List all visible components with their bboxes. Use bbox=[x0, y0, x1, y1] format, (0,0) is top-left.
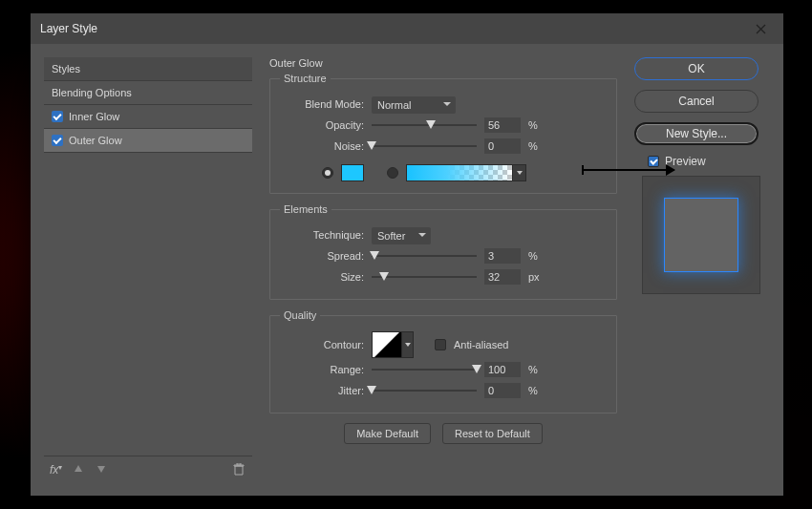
technique-label: Technique: bbox=[280, 229, 364, 241]
range-input[interactable] bbox=[484, 362, 521, 377]
antialias-checkbox[interactable] bbox=[435, 339, 446, 350]
ok-button[interactable]: OK bbox=[634, 57, 759, 80]
antialias-label: Anti-aliased bbox=[454, 339, 508, 350]
size-input[interactable] bbox=[484, 269, 521, 285]
size-slider[interactable] bbox=[372, 271, 477, 283]
checkbox-icon[interactable] bbox=[52, 135, 63, 146]
group-structure: Structure Blend Mode: Normal Opacity: % … bbox=[269, 73, 617, 194]
spread-input[interactable] bbox=[484, 248, 521, 264]
chevron-down-icon[interactable] bbox=[402, 331, 414, 358]
sidebar-item-outer-glow[interactable]: Outer Glow bbox=[44, 129, 252, 153]
checkbox-icon[interactable] bbox=[52, 111, 63, 122]
sidebar-footer: fx▾ bbox=[44, 456, 252, 482]
unit-label: px bbox=[528, 271, 547, 283]
opacity-slider[interactable] bbox=[372, 119, 477, 131]
contour-picker[interactable] bbox=[372, 331, 414, 358]
jitter-input[interactable] bbox=[484, 383, 521, 398]
group-legend: Structure bbox=[280, 73, 331, 84]
sidebar-item-label: Blending Options bbox=[52, 87, 132, 98]
blend-mode-label: Blend Mode: bbox=[280, 98, 364, 110]
settings-panel: Outer Glow Structure Blend Mode: Normal … bbox=[269, 57, 617, 482]
cancel-button[interactable]: Cancel bbox=[634, 90, 759, 113]
color-solid-radio[interactable] bbox=[322, 167, 333, 179]
unit-label: % bbox=[528, 250, 547, 262]
spread-label: Spread: bbox=[280, 250, 364, 262]
size-label: Size: bbox=[280, 271, 364, 283]
jitter-slider[interactable] bbox=[372, 385, 477, 396]
group-elements: Elements Technique: Softer Spread: % Siz… bbox=[269, 203, 617, 300]
unit-label: % bbox=[528, 385, 547, 396]
gradient-picker[interactable] bbox=[406, 164, 526, 181]
fx-icon[interactable]: fx▾ bbox=[50, 463, 63, 477]
panel-title: Outer Glow bbox=[269, 57, 617, 69]
make-default-button[interactable]: Make Default bbox=[344, 423, 431, 444]
dialog-title: Layer Style bbox=[40, 22, 97, 35]
sidebar-item-label: Inner Glow bbox=[69, 111, 119, 122]
trash-icon[interactable] bbox=[233, 463, 246, 477]
contour-label: Contour: bbox=[280, 339, 364, 350]
group-quality: Quality Contour: Anti-aliased Range: bbox=[269, 309, 617, 414]
group-legend: Quality bbox=[280, 309, 320, 321]
noise-slider[interactable] bbox=[372, 140, 477, 152]
jitter-label: Jitter: bbox=[280, 385, 364, 396]
gradient-swatch[interactable] bbox=[406, 164, 513, 181]
sidebar-header-label: Styles bbox=[52, 63, 80, 74]
preview-inner bbox=[665, 199, 737, 271]
noise-input[interactable] bbox=[484, 138, 521, 154]
preview-thumbnail bbox=[642, 176, 760, 294]
color-gradient-radio[interactable] bbox=[387, 167, 398, 179]
unit-label: % bbox=[528, 119, 547, 131]
opacity-label: Opacity: bbox=[280, 119, 364, 131]
range-label: Range: bbox=[280, 364, 364, 375]
preview-checkbox[interactable] bbox=[648, 156, 659, 167]
unit-label: % bbox=[528, 140, 547, 152]
noise-label: Noise: bbox=[280, 140, 364, 152]
chevron-down-icon[interactable] bbox=[513, 164, 526, 181]
technique-select[interactable]: Softer bbox=[372, 227, 431, 244]
spread-slider[interactable] bbox=[372, 250, 477, 262]
sidebar-header-styles[interactable]: Styles bbox=[44, 57, 252, 81]
close-button[interactable] bbox=[747, 15, 774, 42]
sidebar-item-inner-glow[interactable]: Inner Glow bbox=[44, 105, 252, 129]
arrow-down-icon[interactable] bbox=[96, 463, 109, 477]
opacity-input[interactable] bbox=[484, 117, 521, 133]
range-slider[interactable] bbox=[372, 364, 477, 375]
new-style-button[interactable]: New Style... bbox=[634, 122, 759, 145]
styles-sidebar: Styles Blending Options Inner Glow Outer… bbox=[44, 57, 252, 482]
titlebar[interactable]: Layer Style bbox=[31, 13, 783, 44]
blend-mode-select[interactable]: Normal bbox=[372, 96, 456, 114]
right-panel: OK Cancel New Style... Preview bbox=[634, 57, 770, 482]
unit-label: % bbox=[528, 364, 547, 375]
color-swatch[interactable] bbox=[341, 164, 364, 181]
reset-default-button[interactable]: Reset to Default bbox=[442, 423, 543, 444]
layer-style-dialog: Layer Style Styles Blending Options Inn bbox=[31, 13, 783, 496]
contour-swatch[interactable] bbox=[372, 331, 402, 358]
group-legend: Elements bbox=[280, 203, 331, 215]
callout-arrow bbox=[583, 169, 674, 171]
dialog-body: Styles Blending Options Inner Glow Outer… bbox=[31, 44, 783, 496]
sidebar-item-blending-options[interactable]: Blending Options bbox=[44, 81, 252, 105]
sidebar-item-label: Outer Glow bbox=[69, 135, 122, 146]
arrow-up-icon[interactable] bbox=[73, 463, 86, 477]
